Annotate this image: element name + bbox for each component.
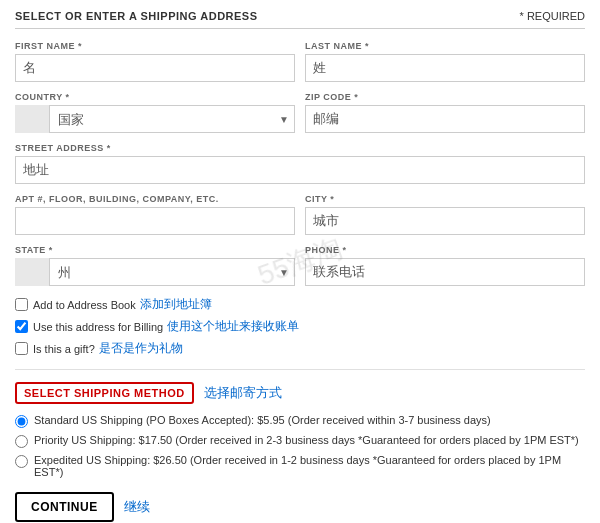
apt-input[interactable] [15,207,295,235]
shipping-radio-expedited[interactable] [15,455,28,468]
name-row: FIRST NAME * LAST NAME * [15,41,585,82]
shipping-label-priority: Priority US Shipping: $17.50 (Order rece… [34,434,579,446]
city-label: CITY * [305,194,585,204]
apt-group: APT #, FLOOR, BUILDING, COMPANY, ETC. [15,194,295,235]
state-select[interactable]: 州 California New York [15,258,295,286]
zip-label: ZIP CODE * [305,92,585,102]
last-name-group: LAST NAME * [305,41,585,82]
address-book-row: Add to Address Book 添加到地址簿 [15,296,585,313]
state-flag-bg [15,258,50,286]
country-zip-row: COUNTRY * 国家 United States China ▼ ZIP C… [15,92,585,133]
shipping-radio-standard[interactable] [15,415,28,428]
required-indicator: * REQUIRED [520,10,585,22]
state-select-wrapper: 州 California New York ▼ [15,258,295,286]
page-title: SELECT OR ENTER A SHIPPING ADDRESS [15,10,258,22]
billing-label-en: Use this address for Billing [33,321,163,333]
section-divider [15,369,585,370]
country-group: COUNTRY * 国家 United States China ▼ [15,92,295,133]
phone-input[interactable] [305,258,585,286]
street-row: STREET ADDRESS * [15,143,585,184]
address-book-checkbox[interactable] [15,298,28,311]
first-name-input[interactable] [15,54,295,82]
country-flag-bg [15,105,50,133]
billing-row: Use this address for Billing 使用这个地址来接收账单 [15,318,585,335]
city-input[interactable] [305,207,585,235]
billing-label-zh: 使用这个地址来接收账单 [167,318,299,335]
apt-city-row: APT #, FLOOR, BUILDING, COMPANY, ETC. CI… [15,194,585,235]
shipping-method-header: SELECT SHIPPING METHOD 选择邮寄方式 [15,382,585,404]
shipping-option-standard: Standard US Shipping (PO Boxes Accepted)… [15,414,585,428]
shipping-method-zh: 选择邮寄方式 [204,384,282,402]
apt-label: APT #, FLOOR, BUILDING, COMPANY, ETC. [15,194,295,204]
shipping-option-priority: Priority US Shipping: $17.50 (Order rece… [15,434,585,448]
zip-input[interactable] [305,105,585,133]
billing-checkbox[interactable] [15,320,28,333]
page-header: SELECT OR ENTER A SHIPPING ADDRESS * REQ… [15,10,585,29]
state-group: STATE * 州 California New York ▼ [15,245,295,286]
shipping-option-expedited: Expedited US Shipping: $26.50 (Order rec… [15,454,585,478]
shipping-method-label: SELECT SHIPPING METHOD [15,382,194,404]
continue-zh: 继续 [124,498,150,516]
gift-checkbox[interactable] [15,342,28,355]
shipping-options: Standard US Shipping (PO Boxes Accepted)… [15,414,585,478]
gift-row: Is this a gift? 是否是作为礼物 [15,340,585,357]
last-name-label: LAST NAME * [305,41,585,51]
address-book-label-en: Add to Address Book [33,299,136,311]
checkbox-section: Add to Address Book 添加到地址簿 Use this addr… [15,296,585,357]
address-book-label-zh: 添加到地址簿 [140,296,212,313]
first-name-group: FIRST NAME * [15,41,295,82]
phone-group: PHONE * [305,245,585,286]
street-group: STREET ADDRESS * [15,143,585,184]
state-phone-row: STATE * 州 California New York ▼ PHONE * [15,245,585,286]
zip-group: ZIP CODE * [305,92,585,133]
continue-section: CONTINUE 继续 [15,492,585,522]
state-label: STATE * [15,245,295,255]
country-select[interactable]: 国家 United States China [15,105,295,133]
gift-label-zh: 是否是作为礼物 [99,340,183,357]
gift-label-en: Is this a gift? [33,343,95,355]
shipping-radio-priority[interactable] [15,435,28,448]
last-name-input[interactable] [305,54,585,82]
phone-label: PHONE * [305,245,585,255]
continue-button[interactable]: CONTINUE [15,492,114,522]
city-group: CITY * [305,194,585,235]
shipping-label-expedited: Expedited US Shipping: $26.50 (Order rec… [34,454,585,478]
shipping-label-standard: Standard US Shipping (PO Boxes Accepted)… [34,414,491,426]
country-select-wrapper: 国家 United States China ▼ [15,105,295,133]
country-label: COUNTRY * [15,92,295,102]
first-name-label: FIRST NAME * [15,41,295,51]
street-input[interactable] [15,156,585,184]
street-label: STREET ADDRESS * [15,143,585,153]
